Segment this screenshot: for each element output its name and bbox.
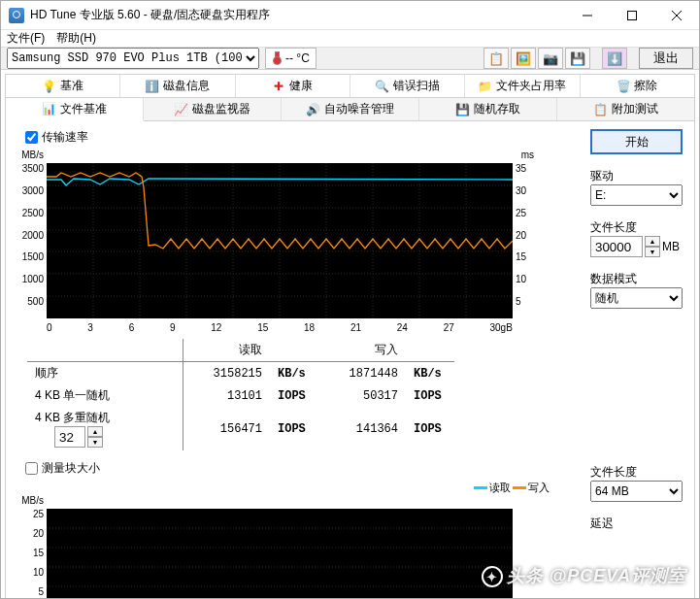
delay-label: 延迟 [590, 516, 683, 532]
drive-select[interactable]: Samsung SSD 970 EVO Plus 1TB (1000 gB) [7, 48, 259, 69]
copy-info-button[interactable]: 📋 [483, 48, 509, 69]
maximize-button[interactable] [610, 1, 654, 30]
screenshot-button[interactable]: 🖼️ [511, 48, 536, 69]
x-axis: 036912151821242730gB [47, 322, 513, 333]
table-row: 顺序3158215KB/s1871448KB/s [27, 362, 454, 385]
chart-icon: 📊 [43, 102, 56, 116]
tab-filebench[interactable]: 📊文件基准 [6, 98, 144, 121]
transfer-rate-chart [47, 163, 513, 318]
menubar: 文件(F) 帮助(H) [1, 30, 699, 47]
speaker-icon: 🔊 [307, 103, 320, 116]
toolbar: Samsung SSD 970 EVO Plus 1TB (1000 gB) -… [1, 47, 699, 70]
tab-extra[interactable]: 📋附加测试 [557, 98, 694, 120]
search-icon: 🔍 [376, 80, 389, 93]
pattern-label: 数据模式 [590, 271, 683, 287]
options-button[interactable]: ⬇️ [602, 48, 627, 69]
exit-button[interactable]: 退出 [639, 48, 693, 69]
close-button[interactable] [654, 1, 699, 30]
titlebar: HD Tune 专业版 5.60 - 硬盘/固态硬盘实用程序 [1, 1, 699, 30]
start-button[interactable]: 开始 [590, 129, 683, 154]
tabs-primary: 💡基准 ℹ️磁盘信息 ✚健康 🔍错误扫描 📁文件夹占用率 🗑️擦除 [6, 75, 694, 98]
menu-help[interactable]: 帮助(H) [56, 30, 96, 47]
drive-label: 驱动 [590, 168, 683, 184]
tab-diskmonitor[interactable]: 📈磁盘监视器 [144, 98, 282, 120]
tab-info[interactable]: ℹ️磁盘信息 [120, 75, 235, 97]
monitor-icon: 📈 [175, 103, 188, 116]
y-axis-left-2: MB/s 252015105 [17, 495, 47, 599]
svg-rect-1 [628, 11, 637, 19]
transfer-rate-checkbox[interactable] [25, 131, 38, 144]
blocksize-checkbox[interactable] [25, 462, 38, 475]
menu-file[interactable]: 文件(F) [7, 30, 45, 47]
bulb-icon: 💡 [43, 80, 56, 93]
results-table: 读取写入 顺序3158215KB/s1871448KB/s 4 KB 单一随机1… [27, 339, 573, 450]
tab-errorscan[interactable]: 🔍错误扫描 [350, 75, 465, 97]
save-button[interactable]: 💾 [565, 48, 590, 69]
tab-benchmark[interactable]: 💡基准 [6, 75, 120, 97]
legend-write-color [513, 486, 526, 489]
window-title: HD Tune 专业版 5.60 - 硬盘/固态硬盘实用程序 [30, 7, 565, 23]
filelen2-label: 文件长度 [590, 464, 683, 481]
tabs-secondary: 📊文件基准 📈磁盘监视器 🔊自动噪音管理 💾随机存取 📋附加测试 [6, 98, 694, 121]
tab-aam[interactable]: 🔊自动噪音管理 [282, 98, 419, 120]
blocksize-label: 测量块大小 [42, 460, 100, 477]
minimize-button[interactable] [565, 1, 610, 30]
thermometer-icon [272, 51, 282, 65]
queue-depth-spinner[interactable]: ▲▼ [87, 426, 103, 448]
pattern-select[interactable]: 随机 [590, 287, 683, 309]
transfer-rate-label: 传输速率 [42, 129, 88, 146]
info-icon: ℹ️ [146, 80, 159, 93]
filelen-input[interactable] [590, 236, 643, 257]
temperature-display: -- °C [265, 48, 317, 69]
queue-depth-input[interactable] [54, 426, 85, 448]
filelen-spinner[interactable]: ▲▼ [645, 236, 660, 257]
camera-button[interactable]: 📷 [538, 48, 563, 69]
clipboard-icon: 📋 [594, 103, 608, 116]
chart-legend: 读取 写入 [17, 481, 550, 495]
plus-icon: ✚ [272, 80, 285, 93]
y-axis-left: MB/s 350030002500200015001000500 [17, 150, 47, 318]
tab-health[interactable]: ✚健康 [236, 75, 350, 97]
tab-random[interactable]: 💾随机存取 [419, 98, 557, 120]
tab-folderusage[interactable]: 📁文件夹占用率 [465, 75, 580, 97]
tab-erase[interactable]: 🗑️擦除 [581, 75, 694, 97]
legend-read-color [474, 486, 487, 489]
disk-icon: 💾 [456, 103, 470, 116]
trash-icon: 🗑️ [617, 80, 630, 93]
app-icon [9, 8, 24, 23]
drive-letter-select[interactable]: E: [590, 184, 683, 206]
folder-icon: 📁 [479, 80, 492, 93]
table-row: 4 KB 多重随机 ▲▼ 156471IOPS141364IOPS [27, 407, 454, 450]
table-row: 4 KB 单一随机13101IOPS50317IOPS [27, 384, 454, 407]
filelen-label: 文件长度 [590, 219, 683, 236]
y-axis-right: ms 3530252015105 [513, 150, 536, 318]
filelen2-select[interactable]: 64 MB [590, 481, 683, 502]
blocksize-chart [47, 509, 513, 599]
